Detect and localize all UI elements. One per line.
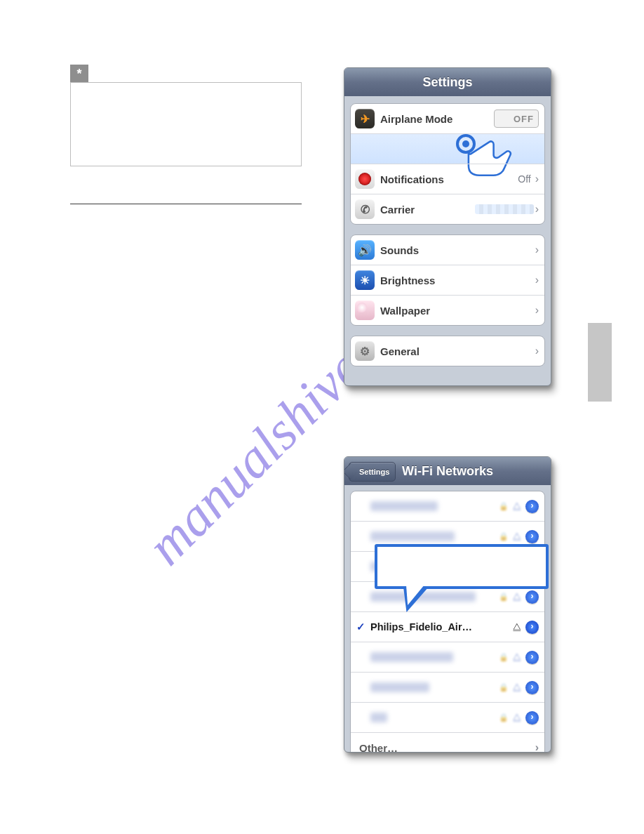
row-wallpaper[interactable]: Wallpaper › [351,295,544,325]
chevron-right-icon: › [535,203,539,216]
wifi-signal-icon: ⧋ [513,682,521,693]
wifi-title: Wi-Fi Networks [402,464,493,479]
row-airplane-mode[interactable]: ✈ Airplane Mode OFF [351,104,544,133]
airplane-icon: ✈ [355,109,375,128]
row-wifi-highlight[interactable] [351,133,544,164]
airplane-label: Airplane Mode [380,113,494,125]
phone-icon: ✆ [355,199,375,219]
wifi-row-blurred[interactable]: 🔒 ⧋ › [351,491,544,521]
airplane-switch[interactable]: OFF [494,110,539,128]
wifi-signal-icon: ⧋ [513,501,521,512]
wifi-name-selected: Philips_Fidelio_Air… [370,621,472,633]
brightness-label: Brightness [380,274,534,286]
wifi-row-other[interactable]: Other… › [351,732,544,753]
row-notifications[interactable]: Notifications Off › [351,164,544,194]
wifi-row-blurred[interactable]: 🔒 ⧋ › [351,672,544,702]
lock-icon: 🔒 [499,593,509,602]
notifications-icon [355,169,375,189]
ios-wifi-screenshot: Settings Wi-Fi Networks 🔒 ⧋ › 🔒 ⧋ [344,456,551,753]
chevron-right-icon: › [535,274,539,286]
wifi-signal-icon: ⧋ [513,651,521,663]
speaker-icon: 🔊 [355,240,375,260]
chevron-right-icon: › [535,244,539,256]
section-divider [70,204,302,204]
settings-group-general: ⚙ General › [350,336,545,366]
notifications-label: Notifications [380,173,518,185]
note-block: * [70,65,302,166]
lock-icon: 🔒 [499,502,509,511]
svg-point-1 [462,140,469,147]
row-sounds[interactable]: 🔊 Sounds › [351,235,544,265]
wallpaper-label: Wallpaper [380,305,534,317]
wifi-row-blurred[interactable]: 🔒 ⧋ › [351,702,544,732]
detail-button[interactable]: › [525,711,539,724]
lock-icon: 🔒 [499,532,509,541]
detail-button[interactable]: › [525,590,539,604]
settings-group-connectivity: ✈ Airplane Mode OFF Notificati [350,103,545,225]
svg-point-0 [457,135,474,152]
detail-button[interactable]: › [525,621,539,634]
chevron-right-icon: › [535,741,539,753]
note-box [70,82,302,166]
notifications-value: Off [518,173,530,185]
chevron-right-icon: › [535,173,539,185]
wifi-signal-icon: ⧋ [513,712,521,723]
lock-icon: 🔒 [499,653,509,662]
brightness-icon: ☀ [355,270,375,290]
sounds-label: Sounds [380,244,534,256]
carrier-label: Carrier [380,204,475,216]
callout-box [375,544,549,589]
lock-icon: 🔒 [499,683,509,692]
back-button[interactable]: Settings [349,462,396,482]
detail-button[interactable]: › [525,681,539,694]
detail-button[interactable]: › [525,530,539,543]
wifi-signal-icon: ⧋ [513,621,521,633]
row-brightness[interactable]: ☀ Brightness › [351,265,544,295]
row-carrier[interactable]: ✆ Carrier › [351,194,544,224]
wifi-signal-icon: ⧋ [513,531,521,542]
wifi-network-list: 🔒 ⧋ › 🔒 ⧋ › [350,491,545,753]
wifi-signal-icon: ⧋ [513,591,521,602]
wifi-row-blurred[interactable]: 🔒 ⧋ › [351,642,544,672]
note-star-icon: * [70,65,88,83]
chevron-right-icon: › [535,345,539,357]
carrier-value-blurred [475,204,534,214]
detail-button[interactable]: › [525,500,539,513]
checkmark-icon: ✓ [356,621,365,633]
settings-group-display: 🔊 Sounds › ☀ Brightness › Wallpaper › [350,234,545,326]
lock-icon: 🔒 [499,713,509,722]
wifi-row-selected[interactable]: ✓ Philips_Fidelio_Air… ⧋ › [351,611,544,642]
gear-icon: ⚙ [355,341,375,361]
detail-button[interactable]: › [525,651,539,664]
wallpaper-icon [355,300,375,320]
wifi-other-label: Other… [359,742,535,753]
ios-settings-screenshot: Settings ✈ Airplane Mode OFF [344,67,551,386]
chevron-right-icon: › [535,304,539,317]
side-language-tab[interactable] [588,323,612,402]
general-label: General [380,345,534,357]
settings-title: Settings [344,68,551,96]
row-general[interactable]: ⚙ General › [351,336,544,366]
